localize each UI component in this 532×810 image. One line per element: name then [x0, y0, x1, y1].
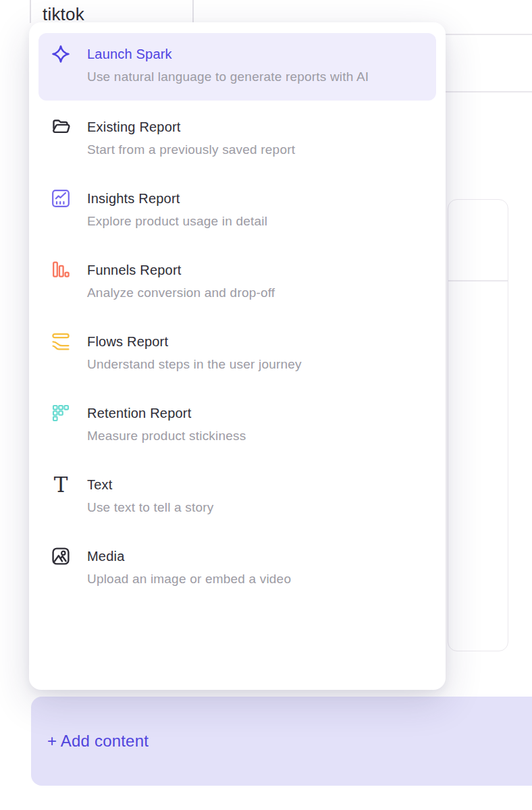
menu-item-text[interactable]: T Text Use text to tell a story [38, 475, 436, 520]
retention-grid-icon [51, 403, 71, 423]
add-content-button[interactable]: + Add content [31, 697, 532, 786]
card-divider [448, 280, 508, 281]
menu-item-retention-report[interactable]: Retention Report Measure product stickin… [38, 403, 436, 449]
menu-item-launch-spark[interactable]: Launch Spark Use natural language to gen… [38, 33, 436, 101]
menu-item-title: Retention Report [87, 403, 433, 423]
menu-item-title: Existing Report [87, 117, 433, 137]
menu-item-insights-report[interactable]: Insights Report Explore product usage in… [38, 188, 436, 234]
menu-item-title: Insights Report [87, 188, 433, 209]
menu-item-description: Upload an image or embed a video [87, 566, 433, 592]
funnel-bars-icon [51, 260, 71, 280]
menu-item-title: Flows Report [87, 331, 433, 352]
menu-item-existing-report[interactable]: Existing Report Start from a previously … [38, 117, 436, 163]
background-grid-line [30, 0, 31, 23]
add-content-label: + Add content [31, 732, 149, 751]
text-icon: T [51, 475, 71, 495]
flows-wave-icon [51, 331, 71, 352]
menu-item-funnels-report[interactable]: Funnels Report Analyze conversion and dr… [38, 260, 436, 306]
background-report-card [448, 199, 508, 651]
menu-item-description: Measure product stickiness [87, 423, 433, 449]
menu-item-description: Use text to tell a story [87, 495, 433, 520]
folder-open-icon [51, 117, 71, 137]
media-image-icon [51, 546, 71, 566]
menu-item-description: Understand steps in the user journey [87, 352, 433, 377]
menu-item-media[interactable]: Media Upload an image or embed a video [38, 546, 436, 592]
menu-item-description: Start from a previously saved report [87, 137, 433, 163]
menu-item-title: Media [87, 546, 433, 566]
menu-item-title: Launch Spark [87, 44, 424, 64]
menu-item-flows-report[interactable]: Flows Report Understand steps in the use… [38, 331, 436, 377]
spark-icon [51, 44, 71, 64]
insights-chart-icon [51, 188, 71, 209]
menu-item-description: Use natural language to generate reports… [87, 64, 392, 90]
menu-item-description: Explore product usage in detail [87, 209, 433, 234]
menu-item-description: Analyze conversion and drop-off [87, 280, 433, 306]
add-content-menu: Launch Spark Use natural language to gen… [29, 22, 446, 690]
menu-item-title: Text [87, 475, 433, 495]
menu-item-title: Funnels Report [87, 260, 433, 280]
